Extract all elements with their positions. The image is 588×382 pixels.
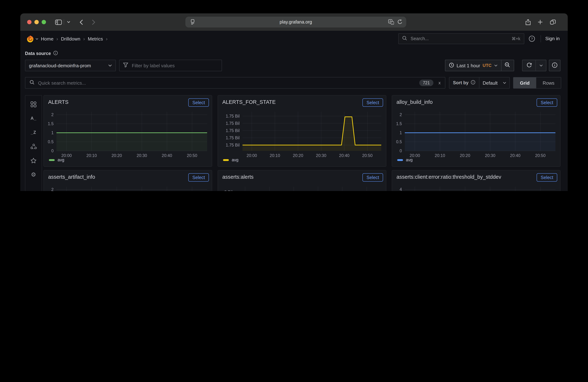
breadcrumb-drilldown[interactable]: Drilldown xyxy=(61,36,80,41)
breadcrumb-home[interactable]: Home xyxy=(41,36,53,41)
panel-title: asserts:alerts xyxy=(222,173,253,180)
tabs-icon[interactable] xyxy=(549,13,557,31)
refresh-button[interactable] xyxy=(522,60,536,71)
back-icon[interactable] xyxy=(78,13,85,31)
breadcrumb-metrics[interactable]: Metrics xyxy=(88,36,103,41)
axis-tick-label: 1 xyxy=(399,130,402,135)
star-icon[interactable] xyxy=(25,155,42,166)
sign-in-link[interactable]: Sign in xyxy=(545,36,560,41)
select-button[interactable]: Select xyxy=(189,98,209,107)
panel-title: asserts_artifact_info xyxy=(48,173,95,180)
axis-tick-label: 1.75 Bil xyxy=(226,121,240,126)
panel-chart[interactable]: 21.510.5020:0020:1020:2020:3020:4020:50 xyxy=(393,111,561,160)
grafana-logo[interactable] xyxy=(26,31,34,47)
address-bar[interactable]: play.grafana.org A x xyxy=(185,17,406,27)
label-filter-field[interactable] xyxy=(119,60,222,71)
series-area xyxy=(405,133,555,151)
info-button[interactable] xyxy=(549,60,561,71)
legend-label[interactable]: avg xyxy=(58,158,64,162)
sort-control: Sort by Default xyxy=(449,77,510,89)
panel-chart[interactable]: 3 Bil2 Bil1 Bil020:0020:1020:2020:3020:4… xyxy=(218,186,386,191)
zoom-window-button[interactable] xyxy=(42,20,46,24)
datasource-label: Data source xyxy=(25,51,51,56)
share-icon[interactable] xyxy=(524,13,531,31)
clear-search-icon[interactable]: x xyxy=(439,80,441,85)
sidebar-toggle-icon[interactable] xyxy=(54,13,63,31)
result-count-badge: 721 xyxy=(419,79,433,86)
sort-value: Default xyxy=(483,80,498,86)
svg-text:x: x xyxy=(392,22,393,24)
axis-tick-label: 20:00 xyxy=(247,153,257,158)
axis-tick-label: 20:50 xyxy=(535,153,546,158)
select-button[interactable]: Select xyxy=(537,173,557,182)
info-icon[interactable] xyxy=(53,51,58,57)
new-tab-icon[interactable] xyxy=(537,13,544,31)
sort-value-dropdown[interactable]: Default xyxy=(479,80,509,86)
axis-tick-label: 20:30 xyxy=(485,153,496,158)
global-search[interactable]: ⌘+k xyxy=(398,33,524,44)
label-filter-input[interactable] xyxy=(131,62,218,69)
panel-chart[interactable]: 21.510.5020:0020:1020:2020:3020:4020:50 xyxy=(44,186,212,191)
translate-icon[interactable]: A x xyxy=(388,19,394,26)
time-range-picker[interactable]: Last 1 hour UTC xyxy=(445,60,501,71)
legend-label[interactable]: avg xyxy=(406,158,413,162)
view-grid-segment[interactable]: Grid xyxy=(513,77,536,88)
series-line xyxy=(243,117,381,145)
apps-grid-icon[interactable] xyxy=(25,99,42,110)
sort-za-icon[interactable]: _Z xyxy=(25,127,42,138)
axis-tick-label: 20:20 xyxy=(460,153,470,158)
axis-tick-label: 4 xyxy=(399,187,402,191)
datasource-picker[interactable]: grafanacloud-demoinfra-prom xyxy=(25,60,116,71)
metric-panel: ALERTS_FOR_STATESelect1.75 Bil1.75 Bil1.… xyxy=(218,95,386,167)
time-range-label: Last 1 hour xyxy=(457,63,480,68)
axis-tick-label: 1.5 xyxy=(396,121,402,126)
help-icon[interactable]: ? xyxy=(529,36,535,43)
reload-icon[interactable] xyxy=(397,19,403,26)
axis-tick-label: 0.5 xyxy=(396,139,402,144)
chevron-down-icon[interactable] xyxy=(35,31,39,47)
metrics-drilldown-page: Data source grafanacloud-demoinfra-prom xyxy=(20,47,568,191)
series-area xyxy=(57,133,207,151)
panel-chart[interactable]: 1.75 Bil1.75 Bil1.75 Bil1.75 Bil1.75 Bil… xyxy=(218,111,386,160)
minimize-window-button[interactable] xyxy=(34,20,39,24)
metric-panel: asserts_artifact_infoSelect21.510.5020:0… xyxy=(43,170,212,191)
reader-icon[interactable] xyxy=(190,19,195,26)
chevron-down-icon[interactable] xyxy=(65,13,71,31)
close-window-button[interactable] xyxy=(27,20,32,24)
forward-icon[interactable] xyxy=(90,13,97,31)
toolbar-divider xyxy=(64,19,64,25)
datasource-value: grafanacloud-demoinfra-prom xyxy=(29,63,91,68)
series-area xyxy=(243,117,381,151)
info-icon[interactable] xyxy=(471,80,475,86)
select-button[interactable]: Select xyxy=(189,173,209,182)
funnel-icon xyxy=(123,63,128,68)
axis-tick-label: 20:00 xyxy=(61,153,72,158)
panel-title: alloy_build_info xyxy=(397,98,433,106)
panel-legend: avg xyxy=(223,158,238,162)
panel-title: ALERTS xyxy=(48,98,68,106)
select-button[interactable]: Select xyxy=(537,98,557,107)
legend-label[interactable]: avg xyxy=(232,158,238,162)
quick-search-input[interactable] xyxy=(37,80,416,86)
view-rows-segment[interactable]: Rows xyxy=(536,77,561,88)
refresh-icon xyxy=(526,62,532,69)
axis-tick-label: 3 Bil xyxy=(224,190,232,191)
panel-chart[interactable]: 21.510.5020:0020:1020:2020:3020:4020:50 xyxy=(44,111,212,160)
axis-tick-label: 2 xyxy=(51,187,54,191)
sort-by-label: Sort by xyxy=(453,80,468,85)
timezone-label: UTC xyxy=(483,63,491,68)
desktop: play.grafana.org A x xyxy=(0,0,588,191)
group-icon[interactable] xyxy=(25,141,42,152)
select-button[interactable]: Select xyxy=(363,173,383,182)
sort-az-icon[interactable]: A_ xyxy=(25,113,42,124)
zoom-out-button[interactable] xyxy=(501,60,514,71)
panel-chart[interactable]: 4321020:0020:1020:2020:3020:4020:50 xyxy=(393,186,561,191)
grafana-topnav: Home › Drilldown › Metrics › ⌘+k ? xyxy=(20,31,568,47)
svg-text:?: ? xyxy=(531,37,533,41)
gear-icon[interactable]: ⚙ xyxy=(25,169,42,180)
refresh-interval-dropdown[interactable] xyxy=(536,60,546,71)
quick-search-field[interactable]: 721 x xyxy=(25,77,445,89)
axis-tick-label: 20:50 xyxy=(362,153,373,158)
search-input[interactable] xyxy=(410,36,512,42)
select-button[interactable]: Select xyxy=(363,98,383,107)
